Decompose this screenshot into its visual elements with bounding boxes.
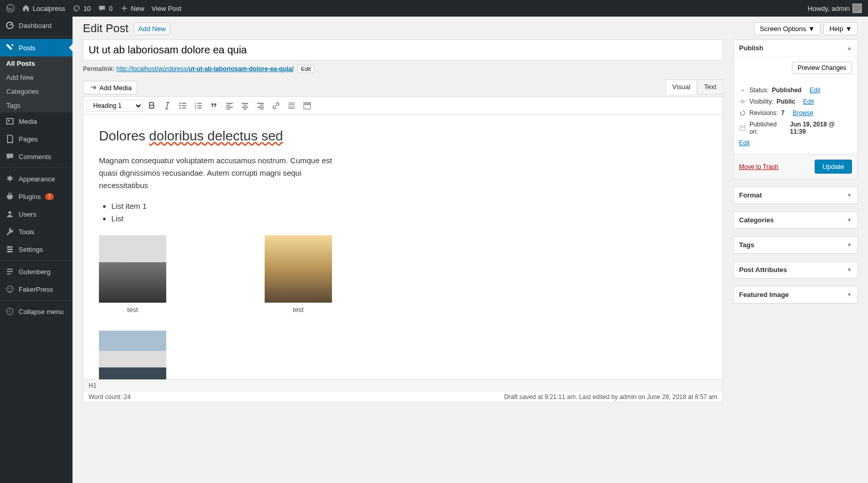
svg-text:3: 3 (195, 106, 196, 109)
menu-media[interactable]: Media (0, 112, 73, 130)
menu-pages[interactable]: Pages (0, 130, 73, 148)
main-content: Edit Post Add New Screen Options ▼ Help … (73, 17, 868, 483)
menu-tools[interactable]: Tools (0, 223, 73, 240)
format-select[interactable]: Heading 1 (86, 100, 143, 112)
chevron-down-icon: ▼ (847, 217, 852, 223)
svg-point-15 (179, 107, 181, 109)
admin-sidebar: Dashboard Posts All Posts Add New Catego… (0, 17, 73, 483)
edit-slug-button[interactable]: Edit (297, 65, 314, 73)
gallery-image-icon (99, 235, 166, 303)
menu-settings[interactable]: Settings (0, 240, 73, 258)
attributes-panel: Post Attributes▼ (733, 261, 858, 279)
menu-dashboard[interactable]: Dashboard (0, 17, 73, 34)
svg-point-5 (8, 246, 9, 248)
editor-content[interactable]: Dolores doloribus delectus sed Magnam co… (83, 115, 722, 379)
chevron-up-icon: ▲ (847, 45, 852, 51)
format-panel: Format▼ (733, 187, 858, 204)
editor-toolbar: Heading 1 123 (83, 97, 722, 115)
plugins-count-badge: 7 (45, 193, 54, 200)
gallery-item[interactable]: test (99, 235, 166, 316)
permalink-link[interactable]: http://localhost/wordpress/ut-ut-ab-labo… (117, 65, 294, 73)
italic-button[interactable] (161, 99, 174, 112)
submenu-add-new[interactable]: Add New (0, 70, 73, 84)
ul-button[interactable] (176, 99, 190, 112)
howdy-link[interactable]: Howdy, admin (808, 4, 862, 13)
visibility-icon (739, 98, 746, 105)
categories-panel: Categories▼ (733, 211, 858, 229)
word-count: Word count: 24 (89, 393, 131, 401)
bold-button[interactable] (145, 99, 158, 112)
menu-users[interactable]: Users (0, 205, 73, 223)
svg-point-14 (179, 105, 181, 107)
comments-link[interactable]: 0 (98, 4, 112, 12)
submenu-all-posts[interactable]: All Posts (0, 56, 73, 70)
menu-posts[interactable]: Posts (0, 39, 73, 56)
gallery-item[interactable]: test (265, 235, 332, 316)
svg-point-3 (8, 120, 10, 122)
menu-fakerpress[interactable]: FakerPress (0, 280, 73, 298)
wordpress-logo-icon[interactable] (6, 4, 15, 12)
submenu-categories[interactable]: Categories (0, 84, 73, 98)
link-button[interactable] (269, 99, 283, 112)
edit-date-link[interactable]: Edit (739, 139, 750, 147)
collapse-menu[interactable]: Collapse menu (0, 303, 73, 320)
more-button[interactable] (285, 99, 298, 112)
svg-point-9 (8, 288, 9, 289)
calendar-icon (739, 124, 746, 132)
svg-rect-21 (307, 104, 308, 105)
edit-visibility-link[interactable]: Edit (803, 98, 814, 105)
page-title: Edit Post (83, 22, 128, 35)
categories-panel-header[interactable]: Categories▼ (734, 212, 857, 229)
site-name[interactable]: Localpress (22, 4, 65, 12)
attributes-panel-header[interactable]: Post Attributes▼ (734, 262, 857, 278)
browse-revisions-link[interactable]: Browse (792, 109, 813, 117)
move-to-trash-link[interactable]: Move to Trash (739, 163, 778, 171)
svg-rect-20 (305, 104, 307, 105)
screen-options-button[interactable]: Screen Options ▼ (754, 22, 820, 35)
publish-panel-header[interactable]: Publish▲ (734, 40, 857, 56)
pin-icon (739, 87, 746, 94)
text-tab[interactable]: Text (697, 79, 723, 94)
align-right-button[interactable] (254, 99, 267, 112)
preview-button[interactable]: Preview Changes (792, 62, 852, 74)
tags-panel-header[interactable]: Tags▼ (734, 237, 857, 253)
format-panel-header[interactable]: Format▼ (734, 187, 857, 204)
ol-button[interactable]: 123 (192, 99, 205, 112)
svg-point-10 (11, 288, 12, 289)
avatar-icon (852, 4, 862, 13)
help-button[interactable]: Help ▼ (823, 22, 858, 35)
editor-box: Heading 1 123 Dolores do (83, 96, 723, 403)
visual-tab[interactable]: Visual (666, 79, 697, 94)
chevron-down-icon: ▼ (847, 192, 852, 198)
view-post-link[interactable]: View Post (152, 5, 182, 12)
gallery-image-icon[interactable] (99, 331, 166, 379)
toolbar-toggle-button[interactable] (300, 99, 314, 112)
admin-bar: Localpress 10 0 New View Post Howdy, adm… (0, 0, 868, 17)
add-media-button[interactable]: Add Media (83, 81, 137, 94)
menu-comments[interactable]: Comments (0, 148, 73, 165)
permalink-row: Permalink: http://localhost/wordpress/ut… (83, 65, 723, 73)
align-left-button[interactable] (223, 99, 236, 112)
svg-rect-24 (740, 126, 745, 131)
quote-button[interactable] (207, 99, 221, 112)
svg-rect-2 (7, 119, 13, 124)
svg-point-13 (179, 103, 181, 104)
gallery-image-icon (265, 235, 332, 303)
menu-appearance[interactable]: Appearance (0, 170, 73, 188)
svg-point-6 (10, 249, 12, 250)
menu-gutenberg[interactable]: Gutenberg (0, 263, 73, 280)
featured-image-panel-header[interactable]: Featured Image▼ (734, 287, 857, 303)
new-link[interactable]: New (120, 4, 144, 12)
align-center-button[interactable] (238, 99, 252, 112)
submenu-tags[interactable]: Tags (0, 98, 73, 112)
menu-plugins[interactable]: Plugins7 (0, 188, 73, 205)
chevron-down-icon: ▼ (847, 267, 852, 273)
svg-point-12 (91, 87, 93, 88)
post-title-input[interactable] (83, 39, 723, 61)
edit-status-link[interactable]: Edit (809, 87, 820, 94)
updates-link[interactable]: 10 (73, 4, 91, 12)
add-new-button[interactable]: Add New (134, 22, 170, 35)
update-button[interactable]: Update (815, 160, 852, 174)
svg-point-11 (7, 308, 13, 315)
save-status: Draft saved at 9:21:11 am. Last edited b… (504, 393, 717, 401)
